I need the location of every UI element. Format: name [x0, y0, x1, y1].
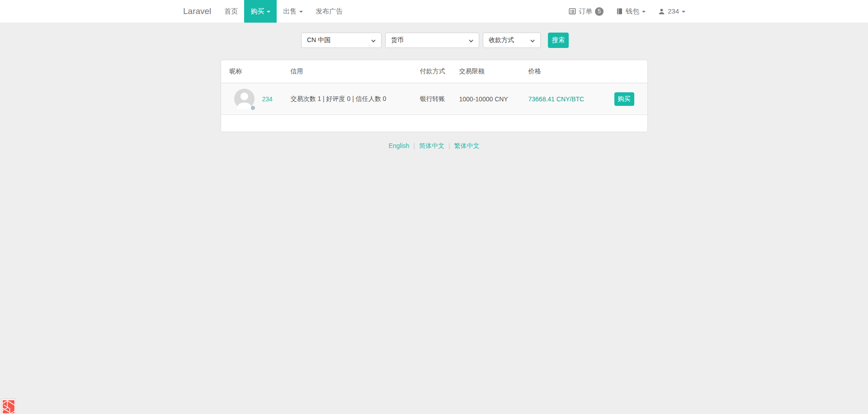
nickname-cell: 234	[230, 89, 283, 109]
separator: |	[413, 142, 415, 149]
laravel-logo	[3, 400, 14, 414]
country-select[interactable]: CN 中国	[301, 33, 382, 48]
nav-item-buy[interactable]: 购买	[244, 0, 277, 23]
chevron-down-icon	[530, 38, 534, 42]
col-header-payment: 付款方式	[416, 60, 456, 83]
wallet-label: 钱包	[626, 0, 639, 23]
search-button[interactable]: 搜索	[548, 33, 569, 48]
nav-item-sell[interactable]: 出售	[277, 0, 309, 23]
nav-item-sell-label: 出售	[283, 0, 297, 23]
offers-table: 昵称 信用 付款方式 交易限额 价格	[221, 60, 648, 115]
chevron-down-icon	[469, 38, 473, 42]
chevron-down-icon	[371, 38, 375, 42]
nav-item-home[interactable]: 首页	[218, 0, 244, 23]
trader-name-link[interactable]: 234	[262, 95, 273, 103]
nav-right: 订单 5 钱包	[562, 0, 692, 23]
caret-down-icon	[267, 11, 270, 13]
col-header-nickname: 昵称	[221, 60, 287, 83]
nav-item-post-ad[interactable]: 发布广告	[309, 0, 349, 23]
nav-item-buy-label: 购买	[250, 0, 264, 23]
book-icon	[616, 8, 623, 15]
avatar	[234, 89, 255, 109]
price-cell: 73668.41 CNY/BTC	[525, 83, 611, 115]
payment-cell: 银行转账	[416, 83, 456, 115]
payment-method-select[interactable]: 收款方式	[483, 33, 541, 48]
credit-cell: 交易次数 1 | 好评度 0 | 信任人数 0	[287, 83, 416, 115]
col-header-price: 价格	[525, 60, 611, 83]
caret-down-icon	[299, 11, 303, 13]
payment-select-value: 收款方式	[489, 36, 514, 44]
person-icon	[658, 8, 665, 15]
navbar-container: Laravel 首页 购买 出售 发布广告	[176, 0, 692, 23]
currency-select-value: 货币	[391, 36, 404, 44]
orders-count-badge: 5	[595, 7, 604, 16]
caret-down-icon	[682, 11, 685, 13]
table-header-row: 昵称 信用 付款方式 交易限额 价格	[221, 60, 648, 83]
nav-left: 首页 购买 出售 发布广告	[218, 0, 349, 23]
corner-logo-box	[1, 399, 16, 414]
nav-item-home-label: 首页	[224, 0, 238, 23]
user-name-label: 234	[668, 0, 679, 23]
country-select-value: CN 中国	[307, 36, 330, 44]
nav-item-orders[interactable]: 订单 5	[562, 0, 610, 23]
brand-laravel[interactable]: Laravel	[176, 0, 218, 23]
currency-select[interactable]: 货币	[385, 33, 479, 48]
caret-down-icon	[642, 11, 646, 13]
col-header-credit: 信用	[287, 60, 416, 83]
list-alt-icon	[569, 8, 576, 15]
col-header-action	[611, 60, 648, 83]
status-dot	[251, 106, 255, 110]
navbar: Laravel 首页 购买 出售 发布广告	[0, 0, 868, 23]
footer-language-switcher: English|简体中文|繁体中文	[0, 142, 868, 150]
lang-link-english[interactable]: English	[388, 142, 409, 149]
limit-cell: 1000-10000 CNY	[456, 83, 525, 115]
separator: |	[448, 142, 450, 149]
nav-item-user-menu[interactable]: 234	[652, 0, 692, 23]
offer-row: 234 交易次数 1 | 好评度 0 | 信任人数 0 银行转账 1000-10…	[221, 83, 648, 115]
col-header-limit: 交易限额	[456, 60, 525, 83]
filter-bar: CN 中国 货币 收款方式 搜索	[0, 33, 868, 48]
orders-label: 订单	[579, 0, 592, 23]
buy-button[interactable]: 购买	[614, 92, 634, 106]
nav-item-wallet[interactable]: 钱包	[610, 0, 652, 23]
offers-panel: 昵称 信用 付款方式 交易限额 价格	[221, 60, 648, 132]
lang-link-traditional-chinese[interactable]: 繁体中文	[454, 142, 480, 149]
lang-link-simplified-chinese[interactable]: 简体中文	[419, 142, 444, 149]
nav-item-post-ad-label: 发布广告	[316, 0, 343, 23]
